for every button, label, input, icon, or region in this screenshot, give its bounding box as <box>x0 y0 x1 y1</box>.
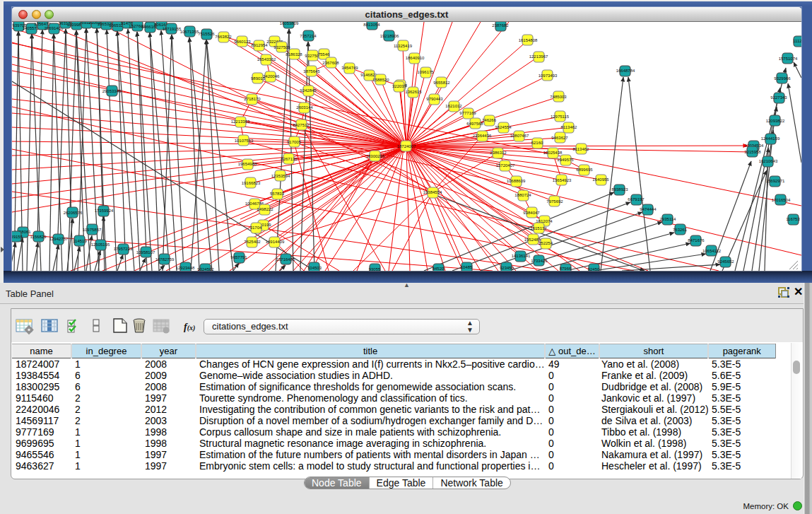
svg-text:10654112: 10654112 <box>702 249 722 253</box>
svg-text:16210643: 16210643 <box>759 159 778 163</box>
svg-text:139155: 139155 <box>12 235 23 239</box>
svg-text:3624554: 3624554 <box>495 125 512 129</box>
svg-text:6497568: 6497568 <box>466 122 483 126</box>
svg-text:7515526: 7515526 <box>198 32 215 36</box>
svg-text:84520: 84520 <box>433 267 445 271</box>
svg-text:26206576: 26206576 <box>64 211 83 215</box>
svg-text:557833: 557833 <box>270 192 285 196</box>
svg-text:16914409: 16914409 <box>266 240 285 244</box>
svg-text:19218906: 19218906 <box>380 34 399 38</box>
svg-text:12353594: 12353594 <box>271 174 290 178</box>
svg-text:2718170: 2718170 <box>244 97 261 101</box>
svg-text:1096175: 1096175 <box>417 70 434 74</box>
svg-text:322037: 322037 <box>392 84 407 88</box>
svg-text:116753: 116753 <box>786 217 800 221</box>
svg-text:9242845: 9242845 <box>300 88 317 93</box>
svg-text:8113462: 8113462 <box>573 147 590 151</box>
svg-text:9327509: 9327509 <box>273 45 290 49</box>
svg-text:1880724: 1880724 <box>514 193 531 197</box>
svg-text:8813054: 8813054 <box>363 23 380 27</box>
svg-text:2603144: 2603144 <box>296 105 313 110</box>
svg-text:12093822: 12093822 <box>766 119 785 123</box>
svg-text:1498222: 1498222 <box>257 207 273 211</box>
svg-text:10025438: 10025438 <box>543 151 563 155</box>
svg-text:2386312: 2386312 <box>490 151 507 155</box>
svg-text:19166823: 19166823 <box>242 181 261 185</box>
svg-text:1733426: 1733426 <box>531 259 548 263</box>
svg-text:746266: 746266 <box>482 118 497 122</box>
svg-text:8938923: 8938923 <box>611 187 628 192</box>
svg-text:16053809: 16053809 <box>280 22 299 25</box>
svg-text:10107553: 10107553 <box>235 139 254 143</box>
svg-text:19384554: 19384554 <box>423 190 442 194</box>
svg-text:62160: 62160 <box>531 141 543 145</box>
svg-text:10973493: 10973493 <box>539 74 558 78</box>
svg-text:1156829: 1156829 <box>30 235 47 239</box>
svg-text:7663822: 7663822 <box>215 35 232 39</box>
svg-text:12923448: 12923448 <box>176 266 195 270</box>
svg-text:15751074: 15751074 <box>779 57 798 61</box>
svg-text:9463627: 9463627 <box>551 136 568 140</box>
svg-text:15716485: 15716485 <box>276 257 295 262</box>
svg-text:3215958: 3215958 <box>744 150 761 154</box>
svg-text:29053346: 29053346 <box>102 89 122 93</box>
svg-text:75546: 75546 <box>318 52 330 57</box>
svg-text:8471676: 8471676 <box>688 238 705 243</box>
svg-text:12942757: 12942757 <box>49 237 69 241</box>
svg-text:8427512: 8427512 <box>293 123 310 127</box>
svg-text:10782759: 10782759 <box>155 257 175 262</box>
svg-text:3454749: 3454749 <box>341 66 358 70</box>
svg-text:8912954: 8912954 <box>251 43 268 47</box>
svg-text:114519: 114519 <box>73 239 87 243</box>
svg-text:16543362: 16543362 <box>257 57 276 62</box>
svg-text:12213967: 12213967 <box>529 54 548 59</box>
svg-text:19654988: 19654988 <box>238 162 257 166</box>
svg-text:7975692: 7975692 <box>546 199 563 204</box>
svg-text:104503: 104503 <box>307 266 322 270</box>
svg-text:16648784: 16648784 <box>616 69 635 73</box>
svg-text:2387682: 2387682 <box>492 23 509 28</box>
svg-text:8113462: 8113462 <box>561 125 578 129</box>
svg-text:13654923: 13654923 <box>553 178 572 182</box>
svg-text:9384047: 9384047 <box>523 211 540 215</box>
svg-text:8186328: 8186328 <box>286 52 302 57</box>
svg-text:18724007: 18724007 <box>397 144 416 148</box>
svg-text:2935114: 2935114 <box>660 217 677 221</box>
svg-text:923450: 923450 <box>500 266 514 270</box>
svg-text:93055: 93055 <box>369 267 381 271</box>
svg-text:6679197: 6679197 <box>628 197 645 201</box>
svg-text:9474444: 9474444 <box>640 207 657 211</box>
svg-text:917005: 917005 <box>287 140 302 144</box>
svg-text:92450: 92450 <box>588 267 600 271</box>
svg-text:12505195: 12505195 <box>91 243 110 247</box>
svg-text:17957223: 17957223 <box>114 247 133 251</box>
svg-text:10485: 10485 <box>461 265 473 269</box>
svg-text:10671355: 10671355 <box>180 30 199 34</box>
svg-text:12975115: 12975115 <box>551 115 570 119</box>
svg-text:7625402: 7625402 <box>244 240 261 244</box>
svg-text:18300295: 18300295 <box>366 154 385 158</box>
svg-text:15692971: 15692971 <box>766 179 785 183</box>
svg-text:17016504: 17016504 <box>772 198 791 202</box>
svg-text:9655812: 9655812 <box>433 81 450 85</box>
svg-text:f(x): f(x) <box>184 322 195 332</box>
svg-text:1362615: 1362615 <box>405 90 422 94</box>
svg-text:763261: 763261 <box>673 228 688 232</box>
svg-text:15720407: 15720407 <box>496 163 515 168</box>
svg-text:14136141: 14136141 <box>512 254 531 258</box>
svg-text:9324502: 9324502 <box>197 267 214 271</box>
svg-text:12213363: 12213363 <box>231 119 250 124</box>
svg-text:7485003: 7485003 <box>550 95 567 99</box>
svg-text:16154808: 16154808 <box>519 38 538 42</box>
svg-text:11123: 11123 <box>793 39 801 43</box>
svg-text:23364436: 23364436 <box>473 134 492 138</box>
svg-text:12444159: 12444159 <box>761 136 780 141</box>
svg-text:1615132: 1615132 <box>530 226 547 230</box>
svg-text:1640955: 1640955 <box>592 177 609 182</box>
svg-text:10958107: 10958107 <box>136 250 155 255</box>
svg-text:8267130: 8267130 <box>281 157 298 161</box>
svg-text:6899695: 6899695 <box>576 168 593 172</box>
svg-text:10719155: 10719155 <box>163 27 182 31</box>
svg-text:252254: 252254 <box>539 241 553 245</box>
svg-text:1588520: 1588520 <box>372 78 389 82</box>
